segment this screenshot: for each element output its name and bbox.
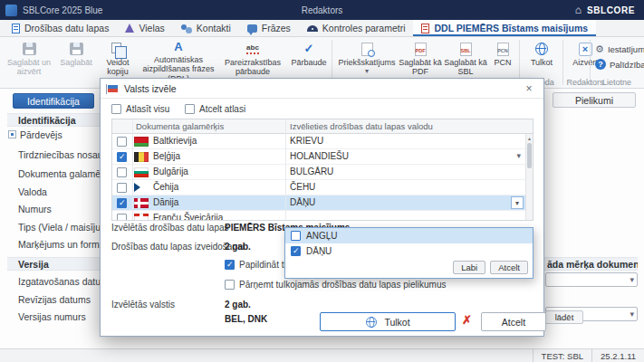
clear-selection-checkbox[interactable]: Atcelt atlasi — [185, 104, 245, 114]
identification-tab-button[interactable]: Identifikācija — [13, 93, 94, 109]
button-label: Saglabāt un aizvērt — [4, 58, 54, 77]
row-checkbox[interactable] — [117, 152, 127, 162]
checkbox[interactable] — [225, 260, 235, 270]
right-dropdown-1[interactable]: ▾ — [545, 272, 638, 287]
spellcheck-button[interactable]: abc Pareizrakstības pārbaude — [219, 39, 286, 77]
selected-countries-codes: BEL, DNK — [225, 314, 267, 324]
preview-button[interactable]: Priekšskatījums ▾ — [337, 39, 397, 77]
field-label-label-format: Marķējums un formāts — [18, 239, 112, 250]
sblcore-window: SBLCore 2025 Blue Redaktors ⌂ SBLCORE Dr… — [0, 0, 644, 362]
sbl-badge: SBL — [461, 48, 471, 53]
country-label: Dānija — [153, 197, 178, 207]
app-title: SBLCore 2025 Blue — [23, 5, 102, 15]
table-row-czechia[interactable]: Čehija ČEHU — [112, 180, 533, 195]
brand-button[interactable]: SBLCORE — [587, 5, 635, 15]
sbl-icon: SBL — [460, 43, 472, 56]
column-divider — [132, 119, 133, 220]
table-row-belgium[interactable]: Beļģija HOLANDIEŠU ▾ — [112, 149, 533, 165]
chevron-down-icon: ▾ — [630, 275, 634, 284]
attachments-button[interactable]: Pielikumi — [553, 92, 636, 108]
checkbox[interactable] — [111, 104, 121, 114]
save-as-sbl-button[interactable]: SBL Saglabāt kā SBL — [444, 39, 487, 77]
row-checkbox[interactable] — [117, 214, 127, 221]
dialog-titlebar: Valsts izvēle × — [101, 79, 543, 99]
gauge-icon — [307, 25, 318, 32]
checkbox-label: Atcelt atlasi — [199, 104, 245, 114]
row-checkbox[interactable] — [117, 183, 127, 193]
people-icon — [181, 24, 192, 33]
language-value[interactable]: ČEHU — [290, 182, 315, 192]
pcn-button[interactable]: PCN PCN — [489, 39, 516, 77]
copy-attachments-checkbox[interactable]: Pārņemt tulkojamās drošības datu lapas p… — [225, 280, 446, 290]
settings-button[interactable]: ⚙ Iestatījumi — [595, 43, 644, 55]
column-destination: Dokumenta galamērķis — [136, 121, 224, 131]
language-combo-button[interactable]: ▾ — [511, 196, 524, 209]
chevron-down-icon: ▾ — [630, 310, 634, 319]
table-scrollbar[interactable]: ▴ — [525, 134, 533, 220]
translate-button[interactable]: Tulkot — [523, 39, 561, 77]
country-label: Baltkrievija — [153, 136, 197, 146]
expand-field-icon[interactable] — [8, 130, 16, 138]
language-value[interactable]: KRIEVU — [290, 136, 323, 146]
dialog-cancel-button[interactable]: Atcelt — [481, 312, 546, 331]
dropdown-ok-button[interactable]: Labi — [453, 261, 485, 274]
country-label: Franču Šveicārija — [153, 213, 223, 221]
row-checkbox[interactable] — [117, 198, 127, 208]
gear-icon: ⚙ — [595, 44, 604, 54]
statusbar: TEST: SBL 25.2.1.11 — [0, 348, 644, 362]
checkbox[interactable] — [185, 104, 195, 114]
row-checkbox[interactable] — [117, 137, 127, 147]
save-as-pdf-button[interactable]: PDF Saglabāt kā PDF — [399, 39, 442, 77]
help-button[interactable]: ? Palīdzība ▾ — [595, 58, 644, 71]
button-label: PCN — [494, 58, 511, 67]
pcn-icon: PCN — [497, 43, 509, 56]
check-button[interactable]: ✓ Pārbaude — [288, 39, 330, 77]
tab-sds-list[interactable]: Drošības datu lapas — [4, 20, 117, 36]
language-option-english[interactable]: ANGĻU — [285, 228, 533, 243]
table-row-belarus[interactable]: Baltkrievija KRIEVU — [112, 134, 533, 149]
column-divider — [285, 119, 286, 220]
dialog-translate-button[interactable]: Tulkot — [320, 312, 456, 331]
ribbon-separator — [562, 40, 563, 85]
field-label-number: Numurs — [18, 204, 52, 214]
flask-icon — [125, 24, 134, 33]
section-right-partial: āda mērķa dokumen — [536, 257, 638, 271]
scroll-up-icon[interactable]: ▴ — [526, 134, 533, 142]
chevron-down-icon[interactable]: ▾ — [516, 151, 521, 160]
language-value[interactable]: DĀŅU — [290, 197, 315, 207]
field-label-language: Valoda — [18, 186, 47, 197]
tab-substances[interactable]: Vielas — [117, 20, 172, 36]
field-label-version-number: Versijas numurs — [18, 311, 86, 322]
option-checkbox[interactable] — [291, 231, 301, 241]
help-icon: ? — [595, 59, 606, 70]
create-copy-button[interactable]: Veidot kopiju — [98, 39, 138, 77]
scrollbar-thumb[interactable] — [527, 143, 532, 168]
tab-phrases[interactable]: Frāzes — [239, 20, 299, 36]
option-checkbox[interactable] — [291, 246, 301, 256]
table-header: Dokumenta galamērķis Izvēlieties drošība… — [112, 119, 533, 134]
language-value[interactable]: BULGĀRU — [290, 167, 333, 176]
language-option-danish[interactable]: DĀŅU — [285, 243, 533, 259]
row-checkbox[interactable] — [117, 167, 127, 177]
autofill-phrases-button[interactable]: A Automātiskas aizpildīšanas frāzes (DDL… — [139, 39, 217, 77]
country-label: Bulgārija — [153, 167, 188, 176]
dropdown-cancel-button[interactable]: Atcelt — [490, 261, 528, 274]
pdf-badge: PDF — [416, 48, 426, 53]
button-label: Saglabāt kā PDF — [399, 58, 442, 77]
table-row-denmark[interactable]: Dānija DĀŅU ▾ — [112, 195, 533, 211]
table-row-swiss-french[interactable]: Franču Šveicārija — [112, 211, 533, 221]
checkbox[interactable] — [225, 280, 235, 290]
right-partial-button[interactable]: lādēt — [545, 310, 583, 324]
tab-control-parameters[interactable]: Kontroles parametri — [299, 20, 414, 36]
chevron-down-icon: ▾ — [365, 67, 369, 75]
select-all-checkbox[interactable]: Atlasīt visu — [111, 104, 169, 114]
button-label: Pārbaude — [291, 58, 326, 67]
table-row-bulgaria[interactable]: Bulgārija BULGĀRU — [112, 165, 533, 180]
tab-contacts[interactable]: Kontakti — [173, 20, 239, 36]
button-label: Saglabāt — [60, 58, 92, 67]
dialog-close-icon[interactable]: × — [522, 81, 536, 96]
checkbox-label: Pārņemt tulkojamās drošības datu lapas p… — [239, 280, 446, 290]
language-value[interactable]: HOLANDIEŠU — [290, 151, 349, 161]
home-icon[interactable]: ⌂ — [575, 5, 582, 15]
tab-editor-document[interactable]: DDL PIEMĒRS Bīstams maisījums — [413, 20, 596, 36]
